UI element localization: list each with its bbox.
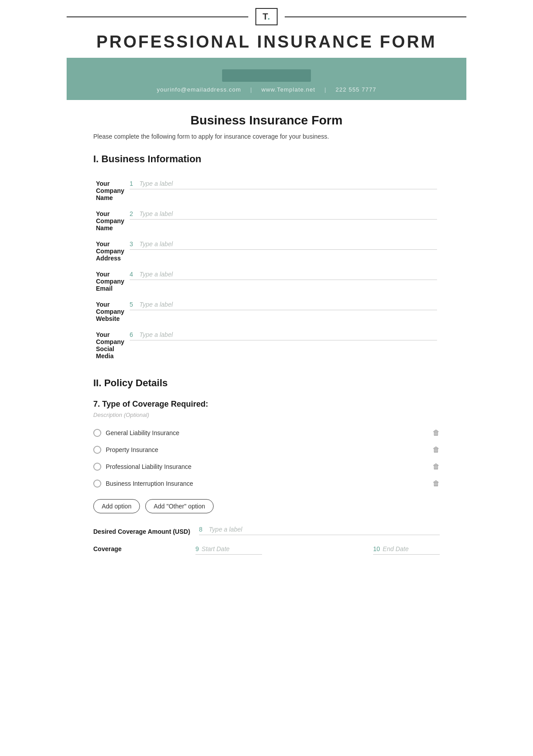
field-label: Your Company Address bbox=[93, 236, 127, 266]
field-input-cell: 6 Type a label bbox=[127, 327, 440, 364]
field-placeholder: Type a label bbox=[139, 240, 173, 248]
logo-box: T. bbox=[255, 8, 278, 25]
header-logo-row: T. bbox=[67, 0, 466, 28]
start-date-placeholder: Start Date bbox=[202, 545, 230, 552]
desired-coverage-placeholder: Type a label bbox=[209, 526, 242, 533]
field-input-row[interactable]: 4 Type a label bbox=[130, 271, 437, 280]
radio-option-row: General Liability Insurance 🗑 bbox=[93, 424, 440, 441]
banner-sep1: | bbox=[250, 86, 252, 93]
field-input-row[interactable]: 6 Type a label bbox=[130, 331, 437, 340]
coverage-description: Description (Optional) bbox=[93, 412, 440, 418]
field-input-cell: 3 Type a label bbox=[127, 236, 440, 266]
coverage-options-list: General Liability Insurance 🗑 Property I… bbox=[93, 424, 440, 492]
radio-option-left: Business Interruption Insurance bbox=[93, 480, 193, 488]
field-number: 4 bbox=[130, 271, 136, 278]
radio-circle[interactable] bbox=[93, 463, 101, 471]
table-row: Your Company Name 2 Type a label bbox=[93, 206, 440, 236]
field-number: 6 bbox=[130, 331, 136, 338]
banner-email: yourinfo@emailaddress.com bbox=[157, 86, 241, 93]
main-title: PROFESSIONAL INSURANCE FORM bbox=[67, 28, 466, 58]
radio-circle[interactable] bbox=[93, 446, 101, 454]
field-label: Your Company Name bbox=[93, 206, 127, 236]
field-input-cell: 4 Type a label bbox=[127, 266, 440, 296]
field-input-row[interactable]: 2 Type a label bbox=[130, 210, 437, 220]
field-placeholder: Type a label bbox=[139, 331, 173, 338]
content-area: Business Insurance Form Please complete … bbox=[67, 100, 466, 568]
field-label: Your Company Website bbox=[93, 296, 127, 327]
banner-inner-box bbox=[222, 69, 311, 82]
banner: yourinfo@emailaddress.com | www.Template… bbox=[67, 58, 466, 100]
table-row: Your Company Social Media 6 Type a label bbox=[93, 327, 440, 364]
desired-coverage-number: 8 bbox=[199, 526, 205, 533]
table-row: Your Company Name 1 Type a label bbox=[93, 176, 440, 206]
end-date-field: 10 End Date bbox=[373, 545, 440, 555]
add-other-option-button[interactable]: Add "Other" option bbox=[145, 499, 214, 513]
coverage-sub-title: 7. Type of Coverage Required: bbox=[93, 400, 440, 409]
banner-sep2: | bbox=[325, 86, 326, 93]
field-number: 1 bbox=[130, 180, 136, 187]
trash-icon[interactable]: 🗑 bbox=[433, 429, 440, 437]
radio-label: Property Insurance bbox=[106, 446, 158, 453]
radio-option-left: General Liability Insurance bbox=[93, 429, 179, 437]
field-number: 5 bbox=[130, 301, 136, 308]
field-number: 3 bbox=[130, 240, 136, 248]
desired-coverage-row: Desired Coverage Amount (USD) 8 Type a l… bbox=[93, 526, 440, 536]
end-date-placeholder: End Date bbox=[383, 545, 409, 552]
table-row: Your Company Email 4 Type a label bbox=[93, 266, 440, 296]
table-row: Your Company Address 3 Type a label bbox=[93, 236, 440, 266]
start-date-number: 9 bbox=[195, 545, 199, 552]
field-input-cell: 1 Type a label bbox=[127, 176, 440, 206]
form-title: Business Insurance Form bbox=[93, 113, 440, 128]
section2-title: II. Policy Details bbox=[93, 377, 440, 391]
coverage-period-label: Coverage bbox=[93, 545, 191, 552]
trash-icon[interactable]: 🗑 bbox=[433, 463, 440, 471]
logo-letter: T bbox=[263, 12, 267, 21]
field-placeholder: Type a label bbox=[139, 301, 173, 308]
field-placeholder: Type a label bbox=[139, 271, 173, 278]
banner-phone: 222 555 7777 bbox=[336, 86, 377, 93]
radio-label: Business Interruption Insurance bbox=[106, 480, 193, 487]
bottom-field-left: Coverage 9 Start Date bbox=[93, 545, 262, 555]
form-description: Please complete the following form to ap… bbox=[93, 133, 440, 140]
field-label: Your Company Email bbox=[93, 266, 127, 296]
field-input-cell: 5 Type a label bbox=[127, 296, 440, 327]
bottom-field-right: 10 End Date bbox=[271, 545, 440, 555]
banner-contact: yourinfo@emailaddress.com | www.Template… bbox=[67, 86, 466, 93]
field-placeholder: Type a label bbox=[139, 180, 173, 187]
field-input-cell: 2 Type a label bbox=[127, 206, 440, 236]
radio-circle[interactable] bbox=[93, 480, 101, 488]
logo-dot: . bbox=[267, 12, 270, 21]
desired-coverage-label: Desired Coverage Amount (USD) bbox=[93, 526, 199, 536]
bottom-date-fields: Coverage 9 Start Date 10 End Date bbox=[93, 545, 440, 555]
radio-label: Professional Liability Insurance bbox=[106, 463, 191, 470]
section1-title: I. Business Information bbox=[93, 153, 440, 167]
radio-option-row: Property Insurance 🗑 bbox=[93, 441, 440, 458]
field-input-row[interactable]: 5 Type a label bbox=[130, 301, 437, 310]
end-date-number: 10 bbox=[373, 545, 380, 552]
radio-option-left: Property Insurance bbox=[93, 446, 158, 454]
start-date-field: 9 Start Date bbox=[195, 545, 262, 555]
field-input-row[interactable]: 3 Type a label bbox=[130, 240, 437, 250]
radio-option-left: Professional Liability Insurance bbox=[93, 463, 191, 471]
add-options-row: Add option Add "Other" option bbox=[93, 499, 440, 513]
field-label: Your Company Name bbox=[93, 176, 127, 206]
radio-label: General Liability Insurance bbox=[106, 429, 179, 436]
radio-circle[interactable] bbox=[93, 429, 101, 437]
business-info-table: Your Company Name 1 Type a label Your Co… bbox=[93, 176, 440, 364]
radio-option-row: Business Interruption Insurance 🗑 bbox=[93, 475, 440, 492]
radio-option-row: Professional Liability Insurance 🗑 bbox=[93, 458, 440, 475]
banner-website: www.Template.net bbox=[261, 86, 315, 93]
desired-coverage-input: 8 Type a label bbox=[199, 526, 440, 535]
desired-coverage-input-row: 8 Type a label bbox=[199, 526, 440, 535]
trash-icon[interactable]: 🗑 bbox=[433, 446, 440, 454]
field-label: Your Company Social Media bbox=[93, 327, 127, 364]
trash-icon[interactable]: 🗑 bbox=[433, 480, 440, 488]
add-option-button[interactable]: Add option bbox=[93, 499, 140, 513]
table-row: Your Company Website 5 Type a label bbox=[93, 296, 440, 327]
field-input-row[interactable]: 1 Type a label bbox=[130, 180, 437, 189]
field-placeholder: Type a label bbox=[139, 210, 173, 217]
field-number: 2 bbox=[130, 210, 136, 217]
